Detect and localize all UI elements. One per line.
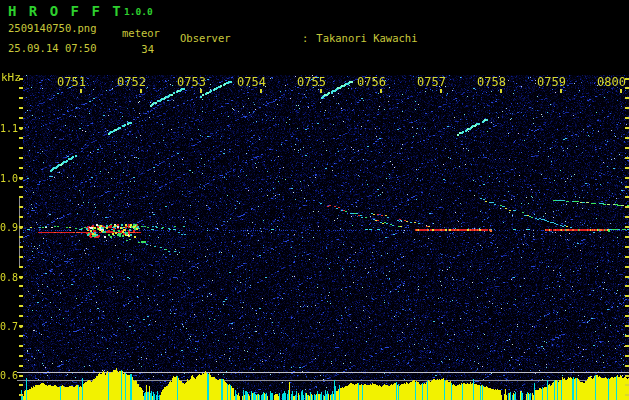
hrofft-window: H R O F F T 1.0.0 2509140750.png meteor … (0, 0, 629, 400)
output-filename: 2509140750.png (8, 22, 97, 34)
echo-count: 34 (132, 43, 154, 55)
mode-label: meteor (122, 27, 160, 39)
app-title: H R O F F T (8, 3, 123, 19)
info-separator: : (302, 32, 308, 44)
app-version: 1.0.0 (124, 6, 153, 17)
spectrogram-canvas (16, 75, 629, 400)
info-label: Observer (180, 31, 302, 45)
info-value: Takanori Kawachi (316, 32, 417, 44)
observation-datetime: 25.09.14 07:50 (8, 42, 97, 54)
info-row-observer: Observer:Takanori Kawachi (180, 31, 544, 45)
